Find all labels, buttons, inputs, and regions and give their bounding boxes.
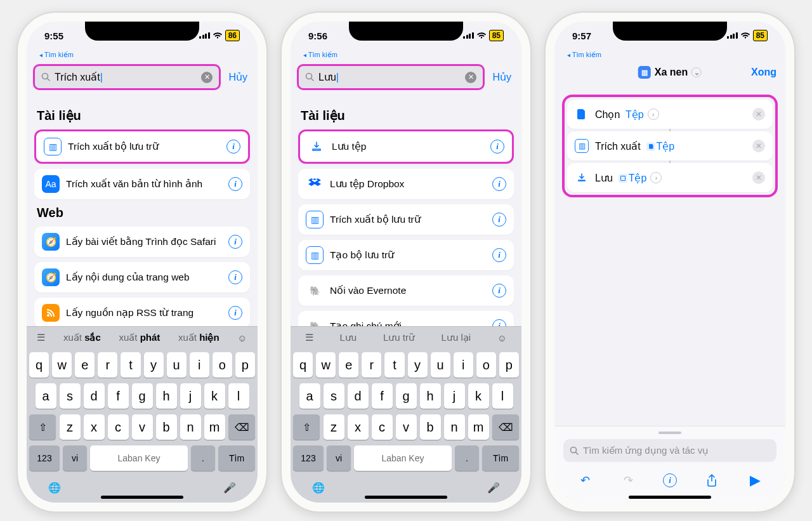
key-j[interactable]: j: [444, 383, 465, 409]
key-d[interactable]: d: [348, 383, 369, 409]
back-link[interactable]: Tìm kiếm: [291, 49, 521, 64]
key-y[interactable]: y: [408, 352, 428, 378]
item-rss[interactable]: Lấy nguồn nạp RSS từ trang i: [34, 298, 250, 326]
key-y[interactable]: y: [144, 352, 164, 378]
key-q[interactable]: q: [293, 352, 313, 378]
remove-icon[interactable]: ✕: [752, 171, 765, 184]
mic-icon[interactable]: 🎤: [487, 482, 500, 494]
item-evernote-append[interactable]: 🐘 Nối vào Evernote i: [298, 275, 514, 306]
key-n[interactable]: n: [180, 414, 201, 440]
key-f[interactable]: f: [372, 383, 393, 409]
key-e[interactable]: e: [339, 352, 358, 378]
key-u[interactable]: u: [167, 352, 187, 378]
share-button[interactable]: [704, 472, 720, 489]
item-evernote-new[interactable]: 🐘 Tạo ghi chú mới i: [298, 311, 514, 326]
key-x[interactable]: x: [84, 414, 105, 440]
chevron-down-icon[interactable]: ⌄: [691, 67, 702, 77]
suggestion[interactable]: xuất phát: [119, 332, 160, 343]
key-a[interactable]: a: [299, 383, 320, 409]
item-save-file[interactable]: Lưu tệp i: [298, 129, 514, 164]
key-g[interactable]: g: [132, 383, 153, 409]
info-icon[interactable]: i: [228, 235, 242, 249]
suggestion[interactable]: Lưu: [340, 332, 357, 343]
find-key[interactable]: Tìm: [482, 445, 519, 471]
cancel-button[interactable]: Hủy: [488, 71, 515, 83]
key-h[interactable]: h: [420, 383, 441, 409]
action-save[interactable]: Lưu Tệp › ✕: [567, 163, 773, 192]
key-z[interactable]: z: [324, 414, 344, 440]
key-p[interactable]: p: [499, 352, 519, 378]
key-x[interactable]: x: [348, 414, 369, 440]
dot-key[interactable]: .: [455, 445, 479, 471]
globe-icon[interactable]: 🌐: [312, 482, 325, 494]
expand-icon[interactable]: ›: [648, 109, 659, 120]
back-link[interactable]: Tìm kiếm: [554, 49, 785, 64]
suggestion[interactable]: Lưu lại: [442, 332, 471, 343]
key-w[interactable]: w: [316, 352, 336, 378]
info-icon[interactable]: i: [228, 177, 242, 191]
key-s[interactable]: s: [60, 383, 81, 409]
key-z[interactable]: z: [60, 414, 81, 440]
grab-handle[interactable]: [658, 432, 681, 434]
file-token[interactable]: Tệp: [625, 109, 644, 120]
action-search[interactable]: Tìm kiếm ứng dụng và tác vụ: [563, 439, 776, 462]
space-key[interactable]: Laban Key: [354, 445, 452, 471]
key-m[interactable]: m: [468, 414, 489, 440]
numbers-key[interactable]: 123: [29, 445, 60, 471]
back-link[interactable]: Tìm kiếm: [27, 49, 258, 64]
item-extract-archive[interactable]: ▥ Trích xuất bộ lưu trữ i: [34, 129, 250, 164]
lang-key[interactable]: vi: [63, 445, 87, 471]
emoji-icon[interactable]: ☺: [237, 333, 247, 343]
info-icon[interactable]: i: [228, 306, 242, 320]
key-t[interactable]: t: [121, 352, 140, 378]
clear-icon[interactable]: ✕: [465, 72, 476, 83]
home-indicator[interactable]: [365, 496, 447, 499]
key-i[interactable]: i: [454, 352, 473, 378]
numbers-key[interactable]: 123: [293, 445, 324, 471]
shift-key[interactable]: ⇧: [293, 414, 320, 440]
key-q[interactable]: q: [29, 352, 49, 378]
search-input[interactable]: Lưu ✕: [297, 64, 485, 90]
shortcut-title[interactable]: ▥ Xa nen ⌄: [638, 66, 702, 79]
key-e[interactable]: e: [75, 352, 95, 378]
item-safari-reader[interactable]: 🧭 Lấy bài viết bằng Trình đọc Safari i: [34, 227, 250, 257]
mic-icon[interactable]: 🎤: [223, 482, 236, 494]
key-o[interactable]: o: [476, 352, 496, 378]
clear-icon[interactable]: ✕: [201, 72, 213, 83]
key-a[interactable]: a: [36, 383, 56, 409]
key-c[interactable]: c: [372, 414, 393, 440]
key-t[interactable]: t: [384, 352, 404, 378]
info-icon[interactable]: i: [492, 284, 506, 298]
remove-icon[interactable]: ✕: [752, 108, 765, 121]
info-icon[interactable]: i: [228, 270, 242, 284]
key-r[interactable]: r: [362, 352, 381, 378]
key-r[interactable]: r: [98, 352, 117, 378]
info-icon[interactable]: i: [492, 213, 506, 227]
suggestion[interactable]: xuất sắc: [63, 332, 101, 343]
home-indicator[interactable]: [101, 496, 183, 499]
key-m[interactable]: m: [204, 414, 225, 440]
file-token[interactable]: Tệp: [646, 141, 675, 152]
key-p[interactable]: p: [235, 352, 255, 378]
key-l[interactable]: l: [492, 383, 513, 409]
remove-icon[interactable]: ✕: [752, 140, 765, 152]
key-j[interactable]: j: [180, 383, 201, 409]
item-extract-archive[interactable]: ▥ Trích xuất bộ lưu trữ i: [298, 204, 514, 235]
action-extract[interactable]: ▥ Trích xuất Tệp ✕: [567, 131, 773, 161]
key-b[interactable]: b: [156, 414, 177, 440]
item-web-content[interactable]: 🧭 Lấy nội dung của trang web i: [34, 262, 250, 293]
done-button[interactable]: Xong: [751, 67, 776, 78]
key-c[interactable]: c: [108, 414, 129, 440]
item-make-archive[interactable]: ▥ Tạo bộ lưu trữ i: [298, 240, 514, 270]
key-k[interactable]: k: [204, 383, 225, 409]
info-button[interactable]: i: [663, 473, 677, 487]
list-icon[interactable]: ☰: [37, 332, 45, 343]
key-s[interactable]: s: [324, 383, 344, 409]
item-extract-text-image[interactable]: Aa Trích xuất văn bản từ hình ảnh i: [34, 169, 250, 199]
suggestion[interactable]: Lưu trữ: [383, 332, 415, 343]
lang-key[interactable]: vi: [327, 445, 351, 471]
key-g[interactable]: g: [396, 383, 417, 409]
key-n[interactable]: n: [444, 414, 465, 440]
play-button[interactable]: ▶: [747, 472, 763, 489]
key-o[interactable]: o: [213, 352, 232, 378]
